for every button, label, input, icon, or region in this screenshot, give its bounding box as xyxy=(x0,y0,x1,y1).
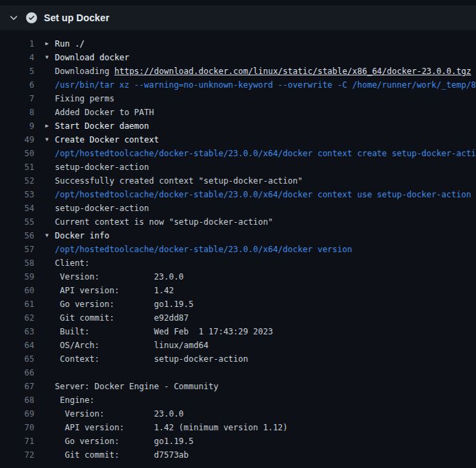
log-text: Downloading https://download.docker.com/… xyxy=(55,64,471,78)
indent-spacer xyxy=(45,160,55,174)
line-number[interactable]: 69 xyxy=(0,407,34,421)
line-number[interactable]: 62 xyxy=(0,311,34,325)
line-number[interactable]: 8 xyxy=(0,106,34,119)
check-circle-icon xyxy=(26,12,37,23)
indent-spacer xyxy=(45,297,55,311)
log-line: 68 Engine: xyxy=(0,393,476,407)
log-group-line[interactable]: 56▼Docker info xyxy=(0,229,476,243)
group-expanded-icon[interactable]: ▼ xyxy=(45,229,55,243)
indent-spacer xyxy=(45,448,55,462)
line-number[interactable]: 63 xyxy=(0,325,34,338)
log-text: Built: Wed Feb 1 17:43:29 2023 xyxy=(55,325,273,338)
log-text: API version: 1.42 xyxy=(55,284,174,297)
log-line: 57/opt/hostedtoolcache/docker-stable/23.… xyxy=(0,243,476,256)
line-number[interactable]: 68 xyxy=(0,393,34,407)
log-line: 7Fixing perms xyxy=(0,92,476,106)
line-number[interactable]: 57 xyxy=(0,243,34,256)
indent-spacer xyxy=(45,78,55,92)
line-number[interactable]: 6 xyxy=(0,78,34,92)
indent-spacer xyxy=(45,270,55,284)
log-group-line[interactable]: 4▼Download docker xyxy=(0,51,476,64)
log-line: 54setup-docker-action xyxy=(0,201,476,215)
line-number[interactable]: 61 xyxy=(0,297,34,311)
log-line: 62 Git commit: e92dd87 xyxy=(0,311,476,325)
step-title: Set up Docker xyxy=(44,12,109,23)
line-number[interactable]: 54 xyxy=(0,201,34,215)
log-line: 60 API version: 1.42 xyxy=(0,284,476,297)
line-number[interactable]: 58 xyxy=(0,256,34,270)
indent-spacer xyxy=(45,188,55,201)
log-group-line[interactable]: 1▶Run ./ xyxy=(0,37,476,51)
indent-spacer xyxy=(45,243,55,256)
log-text-prefix: Downloading xyxy=(55,66,115,76)
line-number[interactable]: 56 xyxy=(0,229,34,243)
log-text: Client: xyxy=(55,256,90,270)
line-number[interactable]: 72 xyxy=(0,448,34,462)
log-line: 69 Version: 23.0.0 xyxy=(0,407,476,421)
log-line: 72 Git commit: d7573ab xyxy=(0,448,476,462)
log-body: 1▶Run ./4▼Download docker5Downloading ht… xyxy=(0,30,476,462)
log-line: 61 Go version: go1.19.5 xyxy=(0,297,476,311)
log-line: 53/opt/hostedtoolcache/docker-stable/23.… xyxy=(0,188,476,201)
log-line: 71 Go version: go1.19.5 xyxy=(0,434,476,448)
log-text: setup-docker-action xyxy=(55,201,149,215)
line-number[interactable]: 65 xyxy=(0,352,34,366)
log-text: Create Docker context xyxy=(55,133,159,147)
log-line: 8Added Docker to PATH xyxy=(0,106,476,119)
log-text: Start Docker daemon xyxy=(55,119,149,133)
line-number[interactable]: 4 xyxy=(0,51,34,64)
line-number[interactable]: 51 xyxy=(0,160,34,174)
log-line: 55Current context is now "setup-docker-a… xyxy=(0,215,476,229)
line-number[interactable]: 1 xyxy=(0,37,34,51)
line-number[interactable]: 67 xyxy=(0,380,34,393)
line-number[interactable]: 53 xyxy=(0,188,34,201)
log-group-line[interactable]: 49▼Create Docker context xyxy=(0,133,476,147)
indent-spacer xyxy=(45,106,55,119)
group-collapsed-icon[interactable]: ▶ xyxy=(45,119,55,133)
indent-spacer xyxy=(45,407,55,421)
group-collapsed-icon[interactable]: ▶ xyxy=(45,37,55,51)
line-number[interactable]: 49 xyxy=(0,133,34,147)
group-expanded-icon[interactable]: ▼ xyxy=(45,133,55,147)
log-text: Go version: go1.19.5 xyxy=(55,297,193,311)
log-line: 6/usr/bin/tar xz --warning=no-unknown-ke… xyxy=(0,78,476,92)
log-text: /usr/bin/tar xz --warning=no-unknown-key… xyxy=(55,78,476,92)
indent-spacer xyxy=(45,174,55,188)
indent-spacer xyxy=(45,201,55,215)
indent-spacer xyxy=(45,92,55,106)
step-header[interactable]: Set up Docker xyxy=(0,5,476,30)
line-number[interactable]: 9 xyxy=(0,119,34,133)
log-link[interactable]: https://download.docker.com/linux/static… xyxy=(115,66,471,76)
log-text: Context: setup-docker-action xyxy=(55,352,248,366)
line-number[interactable]: 59 xyxy=(0,270,34,284)
line-number[interactable]: 7 xyxy=(0,92,34,106)
log-text: Added Docker to PATH xyxy=(55,106,154,119)
line-number[interactable]: 66 xyxy=(0,366,34,380)
log-line: 51setup-docker-action xyxy=(0,160,476,174)
indent-spacer xyxy=(45,325,55,338)
log-text: /opt/hostedtoolcache/docker-stable/23.0.… xyxy=(55,243,352,256)
indent-spacer xyxy=(45,380,55,393)
line-number[interactable]: 5 xyxy=(0,64,34,78)
log-line: 50/opt/hostedtoolcache/docker-stable/23.… xyxy=(0,147,476,160)
line-number[interactable]: 55 xyxy=(0,215,34,229)
line-number[interactable]: 70 xyxy=(0,421,34,434)
line-number[interactable]: 64 xyxy=(0,338,34,352)
log-text: OS/Arch: linux/amd64 xyxy=(55,338,209,352)
indent-spacer xyxy=(45,256,55,270)
log-line: 52Successfully created context "setup-do… xyxy=(0,174,476,188)
indent-spacer xyxy=(45,393,55,407)
log-group-line[interactable]: 9▶Start Docker daemon xyxy=(0,119,476,133)
line-number[interactable]: 52 xyxy=(0,174,34,188)
indent-spacer xyxy=(45,64,55,78)
chevron-down-icon[interactable] xyxy=(8,12,19,23)
line-number[interactable]: 71 xyxy=(0,434,34,448)
log-text: Git commit: d7573ab xyxy=(55,448,189,462)
line-number[interactable]: 50 xyxy=(0,147,34,160)
log-text: /opt/hostedtoolcache/docker-stable/23.0.… xyxy=(55,188,471,201)
line-number[interactable]: 60 xyxy=(0,284,34,297)
log-text: setup-docker-action xyxy=(55,160,149,174)
log-text: Go version: go1.19.5 xyxy=(55,434,193,448)
group-expanded-icon[interactable]: ▼ xyxy=(45,51,55,64)
log-text: /opt/hostedtoolcache/docker-stable/23.0.… xyxy=(55,147,476,160)
